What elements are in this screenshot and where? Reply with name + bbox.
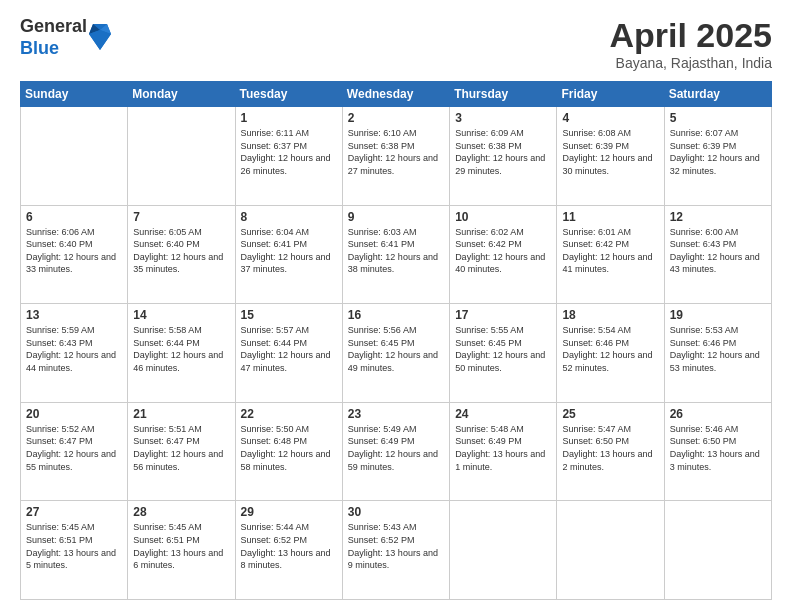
header-friday: Friday bbox=[557, 82, 664, 107]
cell-info: Sunrise: 5:46 AM Sunset: 6:50 PM Dayligh… bbox=[670, 423, 766, 473]
day-number: 26 bbox=[670, 407, 766, 421]
calendar-cell: 19Sunrise: 5:53 AM Sunset: 6:46 PM Dayli… bbox=[664, 304, 771, 403]
calendar-cell: 10Sunrise: 6:02 AM Sunset: 6:42 PM Dayli… bbox=[450, 205, 557, 304]
calendar-table: Sunday Monday Tuesday Wednesday Thursday… bbox=[20, 81, 772, 600]
calendar-cell: 9Sunrise: 6:03 AM Sunset: 6:41 PM Daylig… bbox=[342, 205, 449, 304]
cell-info: Sunrise: 5:58 AM Sunset: 6:44 PM Dayligh… bbox=[133, 324, 229, 374]
calendar-cell: 12Sunrise: 6:00 AM Sunset: 6:43 PM Dayli… bbox=[664, 205, 771, 304]
header-sunday: Sunday bbox=[21, 82, 128, 107]
cell-info: Sunrise: 5:44 AM Sunset: 6:52 PM Dayligh… bbox=[241, 521, 337, 571]
calendar-week-row: 13Sunrise: 5:59 AM Sunset: 6:43 PM Dayli… bbox=[21, 304, 772, 403]
header-wednesday: Wednesday bbox=[342, 82, 449, 107]
cell-info: Sunrise: 5:56 AM Sunset: 6:45 PM Dayligh… bbox=[348, 324, 444, 374]
cell-info: Sunrise: 6:10 AM Sunset: 6:38 PM Dayligh… bbox=[348, 127, 444, 177]
calendar-cell: 16Sunrise: 5:56 AM Sunset: 6:45 PM Dayli… bbox=[342, 304, 449, 403]
day-number: 1 bbox=[241, 111, 337, 125]
calendar-cell: 24Sunrise: 5:48 AM Sunset: 6:49 PM Dayli… bbox=[450, 402, 557, 501]
cell-info: Sunrise: 5:54 AM Sunset: 6:46 PM Dayligh… bbox=[562, 324, 658, 374]
cell-info: Sunrise: 5:57 AM Sunset: 6:44 PM Dayligh… bbox=[241, 324, 337, 374]
calendar-week-row: 27Sunrise: 5:45 AM Sunset: 6:51 PM Dayli… bbox=[21, 501, 772, 600]
calendar-cell: 14Sunrise: 5:58 AM Sunset: 6:44 PM Dayli… bbox=[128, 304, 235, 403]
day-number: 23 bbox=[348, 407, 444, 421]
calendar-cell: 3Sunrise: 6:09 AM Sunset: 6:38 PM Daylig… bbox=[450, 107, 557, 206]
day-number: 25 bbox=[562, 407, 658, 421]
cell-info: Sunrise: 6:00 AM Sunset: 6:43 PM Dayligh… bbox=[670, 226, 766, 276]
logo-blue: Blue bbox=[20, 38, 87, 60]
cell-info: Sunrise: 6:07 AM Sunset: 6:39 PM Dayligh… bbox=[670, 127, 766, 177]
header-saturday: Saturday bbox=[664, 82, 771, 107]
header-monday: Monday bbox=[128, 82, 235, 107]
calendar-cell: 2Sunrise: 6:10 AM Sunset: 6:38 PM Daylig… bbox=[342, 107, 449, 206]
day-number: 20 bbox=[26, 407, 122, 421]
day-number: 11 bbox=[562, 210, 658, 224]
calendar-cell: 25Sunrise: 5:47 AM Sunset: 6:50 PM Dayli… bbox=[557, 402, 664, 501]
calendar-cell: 21Sunrise: 5:51 AM Sunset: 6:47 PM Dayli… bbox=[128, 402, 235, 501]
calendar-cell bbox=[557, 501, 664, 600]
day-number: 30 bbox=[348, 505, 444, 519]
cell-info: Sunrise: 5:51 AM Sunset: 6:47 PM Dayligh… bbox=[133, 423, 229, 473]
cell-info: Sunrise: 5:55 AM Sunset: 6:45 PM Dayligh… bbox=[455, 324, 551, 374]
cell-info: Sunrise: 5:52 AM Sunset: 6:47 PM Dayligh… bbox=[26, 423, 122, 473]
day-number: 14 bbox=[133, 308, 229, 322]
cell-info: Sunrise: 5:45 AM Sunset: 6:51 PM Dayligh… bbox=[26, 521, 122, 571]
day-number: 27 bbox=[26, 505, 122, 519]
calendar-cell: 20Sunrise: 5:52 AM Sunset: 6:47 PM Dayli… bbox=[21, 402, 128, 501]
day-number: 28 bbox=[133, 505, 229, 519]
calendar-cell: 23Sunrise: 5:49 AM Sunset: 6:49 PM Dayli… bbox=[342, 402, 449, 501]
day-number: 13 bbox=[26, 308, 122, 322]
calendar-cell bbox=[664, 501, 771, 600]
calendar-cell: 15Sunrise: 5:57 AM Sunset: 6:44 PM Dayli… bbox=[235, 304, 342, 403]
header-tuesday: Tuesday bbox=[235, 82, 342, 107]
cell-info: Sunrise: 6:11 AM Sunset: 6:37 PM Dayligh… bbox=[241, 127, 337, 177]
cell-info: Sunrise: 5:59 AM Sunset: 6:43 PM Dayligh… bbox=[26, 324, 122, 374]
day-number: 22 bbox=[241, 407, 337, 421]
cell-info: Sunrise: 6:04 AM Sunset: 6:41 PM Dayligh… bbox=[241, 226, 337, 276]
calendar-cell: 11Sunrise: 6:01 AM Sunset: 6:42 PM Dayli… bbox=[557, 205, 664, 304]
calendar-cell: 6Sunrise: 6:06 AM Sunset: 6:40 PM Daylig… bbox=[21, 205, 128, 304]
day-number: 18 bbox=[562, 308, 658, 322]
svg-marker-3 bbox=[89, 30, 111, 50]
logo-icon bbox=[89, 22, 111, 52]
day-number: 24 bbox=[455, 407, 551, 421]
day-number: 8 bbox=[241, 210, 337, 224]
calendar-cell: 22Sunrise: 5:50 AM Sunset: 6:48 PM Dayli… bbox=[235, 402, 342, 501]
cell-info: Sunrise: 6:08 AM Sunset: 6:39 PM Dayligh… bbox=[562, 127, 658, 177]
day-number: 12 bbox=[670, 210, 766, 224]
cell-info: Sunrise: 6:09 AM Sunset: 6:38 PM Dayligh… bbox=[455, 127, 551, 177]
calendar-cell bbox=[450, 501, 557, 600]
day-number: 7 bbox=[133, 210, 229, 224]
day-number: 19 bbox=[670, 308, 766, 322]
calendar-cell: 13Sunrise: 5:59 AM Sunset: 6:43 PM Dayli… bbox=[21, 304, 128, 403]
header-thursday: Thursday bbox=[450, 82, 557, 107]
cell-info: Sunrise: 6:01 AM Sunset: 6:42 PM Dayligh… bbox=[562, 226, 658, 276]
calendar-cell: 5Sunrise: 6:07 AM Sunset: 6:39 PM Daylig… bbox=[664, 107, 771, 206]
day-number: 17 bbox=[455, 308, 551, 322]
calendar-cell: 26Sunrise: 5:46 AM Sunset: 6:50 PM Dayli… bbox=[664, 402, 771, 501]
cell-info: Sunrise: 5:47 AM Sunset: 6:50 PM Dayligh… bbox=[562, 423, 658, 473]
cell-info: Sunrise: 5:45 AM Sunset: 6:51 PM Dayligh… bbox=[133, 521, 229, 571]
cell-info: Sunrise: 5:48 AM Sunset: 6:49 PM Dayligh… bbox=[455, 423, 551, 473]
calendar-cell: 29Sunrise: 5:44 AM Sunset: 6:52 PM Dayli… bbox=[235, 501, 342, 600]
day-number: 15 bbox=[241, 308, 337, 322]
cell-info: Sunrise: 6:02 AM Sunset: 6:42 PM Dayligh… bbox=[455, 226, 551, 276]
cell-info: Sunrise: 6:03 AM Sunset: 6:41 PM Dayligh… bbox=[348, 226, 444, 276]
day-number: 9 bbox=[348, 210, 444, 224]
cell-info: Sunrise: 6:06 AM Sunset: 6:40 PM Dayligh… bbox=[26, 226, 122, 276]
cell-info: Sunrise: 5:50 AM Sunset: 6:48 PM Dayligh… bbox=[241, 423, 337, 473]
logo-text: General Blue bbox=[20, 16, 87, 59]
day-number: 2 bbox=[348, 111, 444, 125]
location-subtitle: Bayana, Rajasthan, India bbox=[609, 55, 772, 71]
calendar-cell: 28Sunrise: 5:45 AM Sunset: 6:51 PM Dayli… bbox=[128, 501, 235, 600]
calendar-cell: 17Sunrise: 5:55 AM Sunset: 6:45 PM Dayli… bbox=[450, 304, 557, 403]
header: General Blue April 2025 Bayana, Rajastha… bbox=[20, 16, 772, 71]
day-number: 21 bbox=[133, 407, 229, 421]
day-number: 29 bbox=[241, 505, 337, 519]
day-number: 4 bbox=[562, 111, 658, 125]
day-number: 10 bbox=[455, 210, 551, 224]
calendar-cell: 18Sunrise: 5:54 AM Sunset: 6:46 PM Dayli… bbox=[557, 304, 664, 403]
calendar-cell bbox=[21, 107, 128, 206]
calendar-cell: 8Sunrise: 6:04 AM Sunset: 6:41 PM Daylig… bbox=[235, 205, 342, 304]
calendar-cell: 1Sunrise: 6:11 AM Sunset: 6:37 PM Daylig… bbox=[235, 107, 342, 206]
calendar-week-row: 1Sunrise: 6:11 AM Sunset: 6:37 PM Daylig… bbox=[21, 107, 772, 206]
cell-info: Sunrise: 5:49 AM Sunset: 6:49 PM Dayligh… bbox=[348, 423, 444, 473]
